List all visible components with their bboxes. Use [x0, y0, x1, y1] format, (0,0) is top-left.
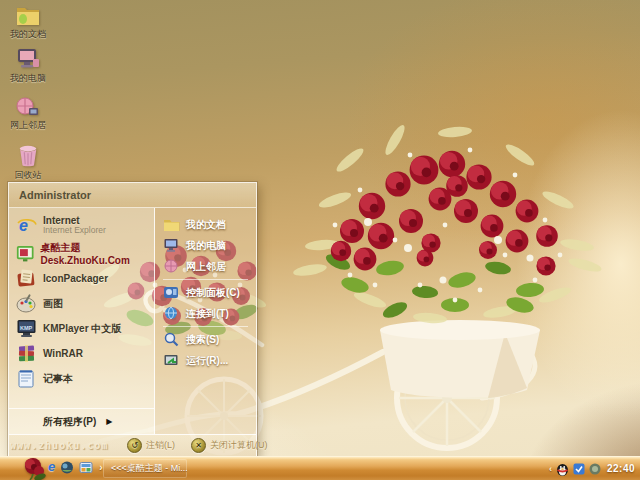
zhuoku-theme-icon — [16, 243, 34, 264]
start-menu-item-search[interactable]: 搜索(S) — [155, 329, 256, 350]
start-menu-item-my-documents[interactable]: 我的文档 — [155, 214, 256, 235]
desktop-icon-label: 我的文档 — [10, 28, 46, 41]
network-places-icon — [163, 259, 180, 274]
iconpackager-icon — [16, 268, 37, 289]
start-menu-body: e InternetInternet Explorer 桌酷主题Desk.Zhu… — [9, 208, 256, 435]
my-computer-icon — [15, 48, 41, 71]
desktop-icon-recycle-bin[interactable]: 回收站 — [2, 144, 54, 182]
desktop-icon-network-places[interactable]: 网上邻居 — [2, 96, 54, 132]
log-off-button[interactable]: ↺ 注销(L) — [127, 438, 175, 453]
desktop-icon-label: 网上邻居 — [10, 119, 46, 132]
desktop-icon-my-computer[interactable]: 我的电脑 — [2, 48, 54, 85]
user-name: Administrator — [19, 189, 91, 201]
log-off-icon: ↺ — [127, 438, 142, 453]
taskbar: e › e <<<桌酷主题 - Mi... ‹ 22:40 — [0, 456, 640, 480]
my-documents-icon — [15, 4, 41, 27]
task-button-label: <<<桌酷主题 - Mi... — [111, 462, 187, 475]
menu-item-title: WinRAR — [43, 348, 83, 359]
kmplayer-icon: KMP — [16, 318, 37, 339]
all-programs-arrow-icon: ▶ — [106, 417, 112, 426]
menu-item-label: 连接到(T) — [186, 307, 229, 321]
quick-launch-bar: e › — [48, 460, 103, 474]
start-menu-item-my-computer[interactable]: 我的电脑 — [155, 235, 256, 256]
menu-item-label: 搜索(S) — [186, 333, 219, 347]
search-icon — [163, 332, 180, 347]
round-tray-icon[interactable] — [589, 463, 601, 475]
quick-launch-ie-icon[interactable]: e — [48, 460, 55, 474]
start-menu-item-paint[interactable]: 画图 — [9, 291, 154, 316]
start-menu-item-control-panel[interactable]: 控制面板(C) — [155, 282, 256, 303]
desktop-icon-label: 回收站 — [15, 169, 42, 182]
shut-down-label: 关闭计算机(U) — [210, 439, 268, 452]
start-menu-footer: ↺ 注销(L) ✕ 关闭计算机(U) — [9, 435, 256, 456]
start-menu-item-zhuoku-theme[interactable]: 桌酷主题Desk.ZhuoKu.Com — [9, 241, 154, 266]
quick-launch-media-icon[interactable] — [60, 461, 74, 474]
start-menu-header: Administrator — [9, 183, 256, 208]
start-menu: Administrator e InternetInternet Explore… — [8, 182, 257, 457]
taskbar-task-button[interactable]: e <<<桌酷主题 - Mi... — [103, 459, 187, 478]
my-computer-icon — [163, 238, 180, 253]
start-menu-right-column: 我的文档 我的电脑 网上邻居 控制面板(C) 连接到(T) — [155, 208, 256, 434]
all-programs-button[interactable]: 所有程序(P) ▶ — [9, 408, 154, 434]
quick-launch-window-icon[interactable] — [79, 461, 93, 474]
desktop: www.zhuoku.com 我的文档 我的电脑 网上邻居 回收站 Admini… — [0, 0, 640, 480]
connect-to-icon — [163, 306, 180, 321]
shut-down-button[interactable]: ✕ 关闭计算机(U) — [191, 438, 268, 453]
messenger-tray-icon[interactable] — [573, 463, 585, 475]
notepad-icon — [16, 368, 37, 389]
menu-separator — [163, 279, 248, 280]
control-panel-icon — [163, 285, 180, 300]
menu-item-label: 控制面板(C) — [186, 286, 240, 300]
start-menu-item-connect-to[interactable]: 连接到(T) — [155, 303, 256, 324]
start-menu-item-iconpackager[interactable]: IconPackager — [9, 266, 154, 291]
menu-item-title: 桌酷主题Desk.ZhuoKu.Com — [40, 241, 154, 266]
menu-item-label: 我的电脑 — [186, 239, 226, 253]
start-menu-left-column: e InternetInternet Explorer 桌酷主题Desk.Zhu… — [9, 208, 155, 434]
start-menu-item-notepad[interactable]: 记事本 — [9, 366, 154, 391]
recycle-bin-icon — [16, 144, 40, 168]
paint-icon — [16, 293, 37, 314]
taskbar-clock[interactable]: 22:40 — [607, 463, 635, 474]
system-tray: ‹ 22:40 — [549, 457, 637, 480]
menu-item-title: IconPackager — [43, 273, 108, 284]
all-programs-label: 所有程序(P) — [43, 415, 96, 429]
menu-separator — [163, 326, 248, 327]
log-off-label: 注销(L) — [146, 439, 175, 452]
desktop-icon-label: 我的电脑 — [10, 72, 46, 85]
menu-item-subtitle: Internet Explorer — [43, 226, 106, 236]
menu-item-label: 运行(R)... — [186, 354, 228, 368]
winrar-icon — [16, 343, 37, 364]
internet-explorer-icon: e — [16, 215, 37, 236]
menu-item-title: 画图 — [43, 297, 63, 311]
svg-text:KMP: KMP — [20, 325, 33, 331]
run-icon — [163, 353, 180, 368]
start-menu-item-run[interactable]: 运行(R)... — [155, 350, 256, 371]
menu-item-label: 我的文档 — [186, 218, 226, 232]
start-menu-item-kmplayer[interactable]: KMP KMPlayer 中文版 — [9, 316, 154, 341]
menu-item-title: KMPlayer 中文版 — [43, 322, 121, 336]
network-places-icon — [15, 96, 41, 118]
start-menu-item-winrar[interactable]: WinRAR — [9, 341, 154, 366]
menu-item-label: 网上邻居 — [186, 260, 226, 274]
start-menu-item-internet[interactable]: e InternetInternet Explorer — [9, 210, 154, 241]
start-menu-item-network-places[interactable]: 网上邻居 — [155, 256, 256, 277]
qq-tray-icon[interactable] — [556, 462, 569, 476]
my-documents-icon — [163, 217, 180, 232]
menu-item-title: 记事本 — [43, 372, 73, 386]
tray-collapse-chevron-icon[interactable]: ‹ — [549, 464, 552, 474]
shut-down-icon: ✕ — [191, 438, 206, 453]
desktop-icon-my-documents[interactable]: 我的文档 — [2, 4, 54, 41]
start-button[interactable] — [20, 455, 48, 480]
